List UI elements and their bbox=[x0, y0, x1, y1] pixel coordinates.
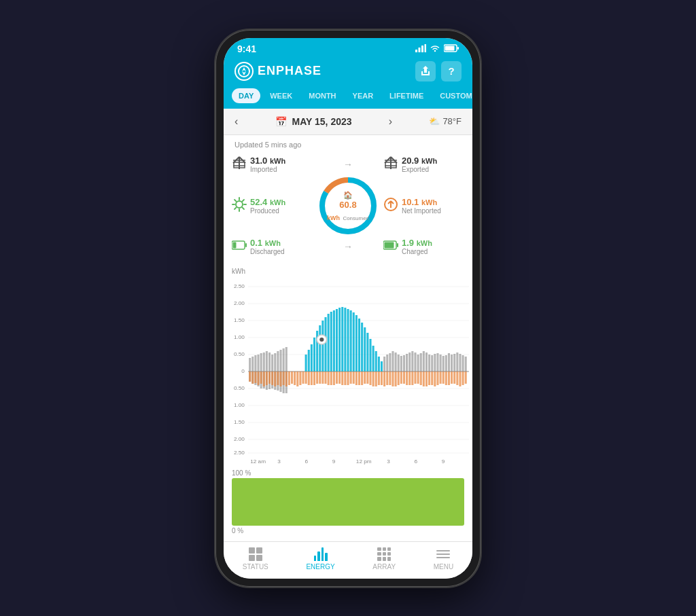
svg-rect-168 bbox=[361, 372, 363, 385]
weather-info: ⛅ 78°F bbox=[429, 116, 462, 126]
produced-value: 52.4 kWh bbox=[250, 197, 285, 207]
svg-rect-202 bbox=[456, 372, 458, 385]
svg-rect-155 bbox=[324, 372, 326, 384]
svg-rect-133 bbox=[263, 372, 265, 386]
svg-rect-215 bbox=[408, 352, 411, 372]
svg-rect-103 bbox=[313, 338, 315, 372]
svg-rect-84 bbox=[266, 351, 268, 372]
svg-rect-72 bbox=[249, 358, 251, 372]
svg-rect-185 bbox=[408, 372, 411, 385]
date-text: MAY 15, 2023 bbox=[292, 116, 352, 127]
logo-text: ENPHASE bbox=[258, 64, 321, 78]
current-date: 📅 MAY 15, 2023 bbox=[275, 116, 352, 127]
discharge-arrow: → bbox=[314, 241, 382, 252]
prev-date-button[interactable]: ‹ bbox=[234, 115, 238, 128]
svg-rect-197 bbox=[442, 372, 445, 384]
svg-rect-193 bbox=[431, 372, 433, 385]
nav-energy-label: ENERGY bbox=[306, 563, 334, 570]
status-icons bbox=[415, 44, 459, 54]
array-grid-icon bbox=[377, 547, 391, 561]
svg-rect-2 bbox=[421, 46, 423, 52]
svg-rect-114 bbox=[344, 308, 346, 372]
svg-rect-209 bbox=[392, 351, 394, 372]
consumed-value: 60.8 bbox=[327, 200, 369, 210]
svg-rect-160 bbox=[338, 372, 341, 384]
tab-year[interactable]: YEAR bbox=[346, 88, 381, 103]
battery-charge-icon bbox=[383, 240, 398, 253]
svg-rect-94 bbox=[279, 350, 281, 372]
svg-rect-156 bbox=[328, 372, 330, 385]
svg-rect-88 bbox=[271, 355, 273, 372]
svg-rect-131 bbox=[257, 372, 259, 385]
svg-rect-232 bbox=[456, 352, 458, 372]
nav-menu-label: MENU bbox=[434, 563, 453, 570]
svg-rect-161 bbox=[341, 372, 343, 385]
net-imported-label: Net Imported bbox=[402, 207, 441, 215]
pct-top-label: 100 % bbox=[232, 469, 464, 477]
svg-rect-151 bbox=[313, 372, 315, 385]
svg-rect-164 bbox=[350, 372, 352, 384]
svg-rect-205 bbox=[465, 372, 467, 384]
svg-rect-145 bbox=[296, 372, 298, 386]
svg-text:12 am: 12 am bbox=[250, 458, 266, 465]
svg-rect-223 bbox=[431, 355, 433, 372]
nav-energy[interactable]: ENERGY bbox=[306, 547, 334, 570]
charged-values: 1.9 kWh Charged bbox=[402, 238, 432, 255]
svg-rect-173 bbox=[375, 372, 377, 386]
svg-rect-190 bbox=[423, 372, 425, 386]
updated-timestamp: Updated 5 mins ago bbox=[224, 135, 472, 151]
svg-rect-166 bbox=[355, 372, 358, 385]
svg-rect-194 bbox=[434, 372, 436, 386]
svg-rect-146 bbox=[299, 372, 301, 385]
logo: ENPHASE bbox=[234, 62, 321, 81]
svg-rect-172 bbox=[372, 372, 375, 386]
svg-rect-126 bbox=[378, 357, 380, 372]
svg-rect-171 bbox=[369, 372, 371, 385]
svg-rect-0 bbox=[415, 50, 417, 52]
phone-screen: 9:41 bbox=[224, 38, 472, 579]
svg-rect-230 bbox=[451, 355, 453, 372]
svg-line-26 bbox=[243, 207, 245, 209]
percentage-chart: 100 % 0 % bbox=[224, 467, 472, 537]
svg-rect-165 bbox=[353, 372, 355, 384]
nav-menu[interactable]: MENU bbox=[434, 547, 453, 570]
net-imported-value: 10.1 kWh bbox=[402, 197, 441, 207]
svg-rect-228 bbox=[445, 355, 447, 372]
svg-rect-108 bbox=[328, 314, 330, 372]
svg-rect-226 bbox=[440, 355, 442, 372]
svg-rect-119 bbox=[358, 319, 360, 372]
next-date-button[interactable]: › bbox=[389, 115, 392, 128]
svg-rect-150 bbox=[311, 372, 313, 385]
help-button[interactable]: ? bbox=[441, 61, 462, 81]
temperature: 78°F bbox=[442, 116, 462, 126]
wifi-icon bbox=[430, 44, 440, 54]
tab-day[interactable]: DAY bbox=[232, 88, 260, 103]
svg-rect-143 bbox=[291, 372, 293, 384]
net-imported-values: 10.1 kWh Net Imported bbox=[402, 197, 441, 215]
solar-icon bbox=[232, 197, 247, 215]
svg-rect-135 bbox=[268, 372, 271, 384]
nav-status[interactable]: STATUS bbox=[243, 547, 268, 570]
svg-rect-152 bbox=[316, 372, 318, 384]
svg-rect-124 bbox=[372, 346, 375, 372]
imported-value: 31.0 kWh bbox=[250, 156, 285, 166]
consumed-donut: 🏠 60.8 kWh Consumed bbox=[314, 175, 382, 236]
calendar-icon: 📅 bbox=[275, 116, 287, 127]
tab-week[interactable]: WEEK bbox=[263, 88, 299, 103]
nav-array[interactable]: ARRAY bbox=[372, 547, 396, 570]
svg-rect-233 bbox=[459, 354, 461, 372]
menu-lines-icon bbox=[436, 547, 450, 561]
tab-lifetime[interactable]: LIFETIME bbox=[383, 88, 430, 103]
tab-custom[interactable]: CUSTOM bbox=[433, 88, 472, 103]
svg-rect-147 bbox=[302, 372, 304, 384]
svg-rect-225 bbox=[436, 353, 438, 372]
status-time: 9:41 bbox=[237, 43, 256, 54]
svg-rect-123 bbox=[369, 339, 371, 372]
svg-rect-186 bbox=[411, 372, 413, 385]
weather-icon: ⛅ bbox=[429, 116, 440, 126]
svg-rect-218 bbox=[417, 355, 419, 372]
svg-rect-222 bbox=[428, 355, 430, 372]
tab-month[interactable]: MONTH bbox=[302, 88, 343, 103]
svg-rect-115 bbox=[347, 309, 349, 372]
share-button[interactable] bbox=[415, 61, 436, 81]
